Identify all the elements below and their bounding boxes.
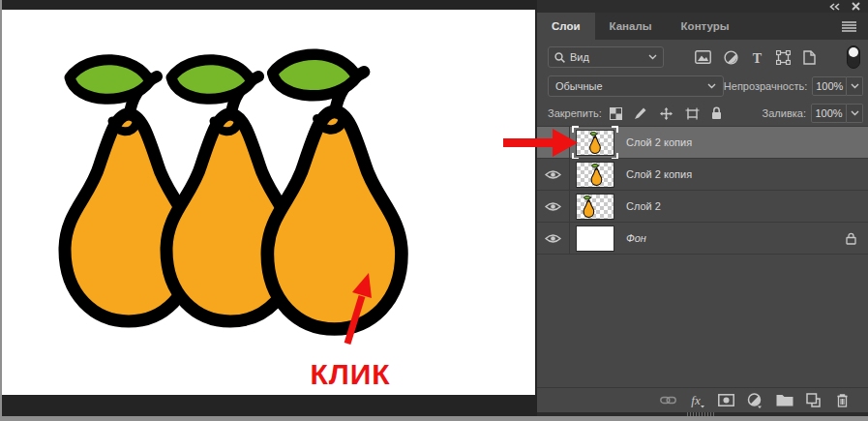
new-adjustment-layer-button[interactable] — [746, 391, 764, 409]
layers-list: Слой 2 копия Слой 2 копия — [537, 126, 868, 255]
lock-artboard-icon[interactable] — [685, 107, 700, 120]
delete-layer-button[interactable] — [833, 391, 852, 409]
trash-icon — [836, 393, 849, 407]
lock-transparency-icon[interactable] — [610, 107, 622, 120]
filter-shape-layers-icon[interactable] — [776, 50, 791, 65]
filter-pixel-layers-icon[interactable] — [695, 50, 711, 64]
tab-paths-label: Контуры — [681, 20, 730, 32]
pear-thumb — [577, 130, 614, 156]
filter-icon-group: T — [695, 50, 816, 65]
layer-style-button[interactable]: fx — [688, 391, 706, 409]
filter-type-value: Вид — [570, 51, 644, 63]
blend-mode-value: Обычные — [555, 80, 707, 92]
opacity-label: Непрозрачность: — [724, 80, 807, 92]
window-bottom-edge — [0, 416, 868, 421]
panel-menu-icon[interactable] — [842, 21, 856, 32]
layer-row-1[interactable]: Слой 2 копия — [537, 159, 868, 191]
visibility-toggle[interactable] — [537, 223, 570, 255]
opacity-dropdown-button[interactable] — [847, 76, 863, 96]
filter-type-layers-icon[interactable]: T — [751, 51, 763, 64]
filter-adjustment-layers-icon[interactable] — [724, 50, 738, 65]
fill-dropdown-button[interactable] — [847, 104, 863, 123]
link-layers-button[interactable] — [659, 391, 677, 409]
chevron-down-icon — [851, 110, 859, 116]
eye-icon — [545, 169, 561, 180]
pear-thumb — [577, 162, 614, 188]
lock-image-icon[interactable] — [634, 106, 647, 120]
visibility-toggle[interactable] — [537, 127, 570, 159]
eye-icon — [545, 233, 561, 244]
blend-mode-dropdown[interactable]: Обычные — [548, 75, 724, 97]
layer-lock-icon — [846, 232, 856, 245]
document-area: КЛИК — [0, 0, 537, 421]
lock-fill-row: Закрепить: — [537, 102, 868, 125]
tab-paths[interactable]: Контуры — [667, 13, 744, 40]
layer-thumbnail[interactable] — [576, 194, 614, 220]
collapse-panel-icon[interactable] — [829, 3, 840, 11]
filter-smart-objects-icon[interactable] — [803, 50, 816, 65]
type-glyph: T — [753, 51, 763, 64]
layer-row-0[interactable]: Слой 2 копия — [537, 127, 868, 159]
lock-icon-group — [610, 106, 722, 121]
layer-name: Фон — [626, 232, 646, 244]
opacity-input[interactable]: 100% — [812, 76, 847, 96]
lock-all-icon[interactable] — [711, 106, 722, 120]
folder-icon — [776, 394, 793, 406]
pears-artwork — [2, 10, 535, 395]
eye-icon — [545, 137, 561, 148]
fx-icon: fx — [688, 392, 706, 408]
selection-bracket — [572, 126, 579, 133]
fill-value: 100% — [815, 107, 842, 119]
photoshop-window: КЛИК Слои Каналы Контуры — [0, 0, 868, 421]
layer-thumbnail-wrap — [576, 130, 614, 156]
filter-type-dropdown[interactable]: Вид — [548, 46, 664, 68]
link-icon — [660, 396, 676, 405]
new-layer-button[interactable] — [804, 391, 823, 409]
panel-titlebar — [537, 0, 868, 13]
opacity-value: 100% — [816, 80, 843, 92]
chevron-down-icon — [707, 83, 716, 89]
window-left-edge — [0, 0, 2, 416]
panel-body: Вид T — [537, 40, 868, 416]
tab-layers-label: Слои — [552, 20, 581, 32]
layer-thumbnail-wrap — [576, 226, 614, 252]
layer-name: Слой 2 копия — [626, 136, 692, 148]
filtering-toggle[interactable] — [847, 45, 860, 69]
lock-position-icon[interactable] — [659, 106, 673, 121]
blend-opacity-row: Обычные Непрозрачность: 100% — [537, 75, 868, 98]
tab-channels-label: Каналы — [610, 20, 652, 32]
tab-channels[interactable]: Каналы — [595, 13, 667, 40]
lock-label: Закрепить: — [548, 107, 602, 119]
canvas[interactable]: КЛИК — [2, 10, 535, 395]
search-icon — [554, 52, 565, 63]
adjustment-layer-icon — [747, 393, 763, 408]
visibility-toggle[interactable] — [537, 191, 570, 223]
new-layer-icon — [806, 393, 821, 407]
layer-name: Слой 2 — [626, 200, 661, 212]
layer-thumbnail-wrap — [576, 162, 614, 188]
close-panel-icon[interactable] — [852, 2, 860, 11]
fx-icon-label: fx — [691, 393, 701, 407]
layer-thumbnail-wrap — [576, 194, 614, 220]
layer-thumbnail[interactable] — [576, 162, 614, 188]
fill-input[interactable]: 100% — [811, 104, 847, 123]
chevron-down-icon — [648, 54, 657, 60]
chevron-down-icon — [851, 83, 859, 89]
click-annotation: КЛИК — [292, 358, 408, 391]
layer-row-3[interactable]: Фон — [537, 223, 868, 255]
fill-label: Заливка: — [763, 107, 806, 119]
layer-thumbnail[interactable] — [576, 226, 614, 252]
layer-row-2[interactable]: Слой 2 — [537, 191, 868, 223]
layer-thumbnail[interactable] — [576, 130, 614, 156]
panel-footer: fx — [537, 387, 868, 412]
visibility-toggle[interactable] — [537, 159, 570, 191]
panel-tabbar: Слои Каналы Контуры — [537, 13, 868, 40]
layer-name: Слой 2 копия — [626, 168, 692, 180]
new-group-button[interactable] — [775, 391, 793, 409]
eye-icon — [545, 201, 561, 212]
pear-thumb — [577, 194, 614, 220]
add-layer-mask-button[interactable] — [717, 391, 735, 409]
layers-panel: Слои Каналы Контуры Вид — [537, 0, 868, 416]
layer-mask-icon — [718, 394, 734, 406]
tab-layers[interactable]: Слои — [537, 13, 595, 40]
